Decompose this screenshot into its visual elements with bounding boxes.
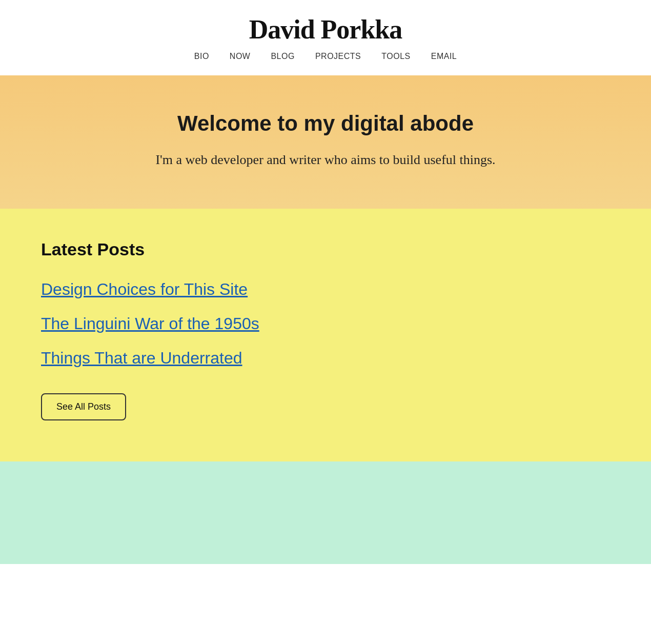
hero-subtitle: I'm a web developer and writer who aims … xyxy=(41,152,610,168)
post-link[interactable]: Design Choices for This Site xyxy=(41,280,248,298)
hero-title: Welcome to my digital abode xyxy=(41,111,610,136)
hero-section: Welcome to my digital abode I'm a web de… xyxy=(0,75,651,209)
list-item: The Linguini War of the 1950s xyxy=(41,314,610,333)
nav-link-blog[interactable]: BLOG xyxy=(271,52,294,61)
site-title: David Porkka xyxy=(0,14,651,45)
latest-posts-heading: Latest Posts xyxy=(41,239,610,259)
nav-link-email[interactable]: EMAIL xyxy=(431,52,457,61)
nav-link-now[interactable]: NOW xyxy=(230,52,251,61)
see-all-posts-button[interactable]: See All Posts xyxy=(41,393,126,420)
nav-link-tools[interactable]: TOOLS xyxy=(381,52,410,61)
posts-section: Latest Posts Design Choices for This Sit… xyxy=(0,209,651,461)
list-item: Design Choices for This Site xyxy=(41,280,610,299)
post-link[interactable]: Things That are Underrated xyxy=(41,349,242,367)
post-link[interactable]: The Linguini War of the 1950s xyxy=(41,314,259,333)
post-list: Design Choices for This SiteThe Linguini… xyxy=(41,280,610,383)
site-header: David Porkka BIONOWBLOGPROJECTSTOOLSEMAI… xyxy=(0,0,651,75)
nav-link-projects[interactable]: PROJECTS xyxy=(315,52,361,61)
list-item: Things That are Underrated xyxy=(41,349,610,368)
bottom-section xyxy=(0,461,651,564)
site-nav: BIONOWBLOGPROJECTSTOOLSEMAIL xyxy=(0,52,651,66)
nav-link-bio[interactable]: BIO xyxy=(194,52,209,61)
